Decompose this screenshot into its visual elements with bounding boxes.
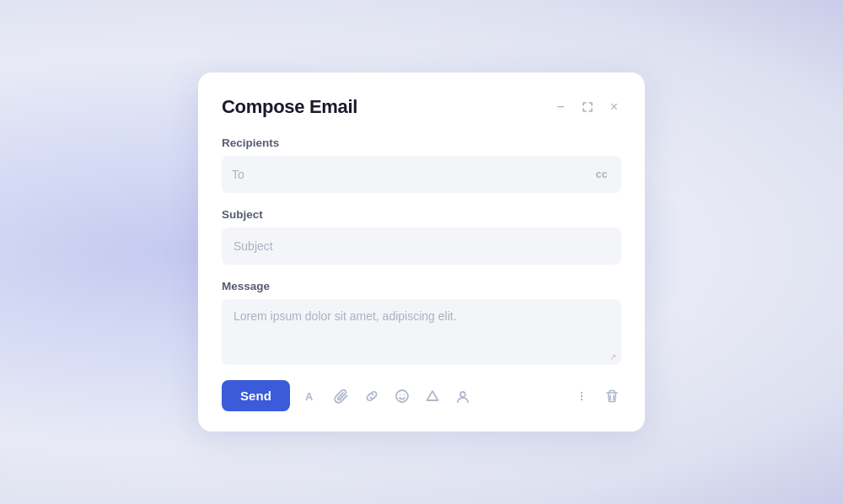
modal-header: Compose Email − × [222,96,621,118]
subject-input[interactable] [234,239,609,253]
toolbar-right [572,387,621,405]
image-icon [455,389,470,404]
svg-text:A: A [305,390,314,403]
more-options-icon [574,389,589,404]
svg-point-6 [581,394,583,396]
svg-point-5 [581,391,583,393]
expand-icon [582,101,593,113]
svg-point-4 [460,392,465,397]
emoji-button[interactable] [393,387,411,405]
minimize-button[interactable]: − [553,99,567,115]
to-input[interactable] [232,168,593,181]
close-button[interactable]: × [607,99,621,115]
to-field-row: cc [222,156,621,193]
shape-button[interactable] [423,387,442,405]
svg-point-3 [404,394,405,395]
more-options-button[interactable] [572,387,591,405]
cc-button[interactable]: cc [593,167,611,182]
recipients-label: Recipients [222,137,621,149]
text-format-icon: A [303,389,319,404]
modal-title: Compose Email [222,96,357,118]
window-controls: − × [553,99,621,115]
subject-section: Subject [222,208,621,265]
subject-label: Subject [222,208,621,221]
shape-icon [425,389,440,404]
svg-point-7 [581,398,583,399]
compose-email-modal: Compose Email − × Recipients cc Subject … [198,72,645,432]
delete-icon [604,389,620,404]
text-format-button[interactable]: A [302,387,320,405]
expand-button[interactable] [578,99,597,115]
subject-field-row [222,228,621,265]
message-field-row: ↗ [222,299,621,365]
tool-icons-group: A [302,387,572,405]
delete-button[interactable] [603,387,621,405]
send-button[interactable]: Send [222,380,290,411]
message-section: Message ↗ [222,280,621,365]
attachment-button[interactable] [332,387,351,405]
link-icon [364,389,379,404]
image-button[interactable] [454,387,472,405]
compose-toolbar: Send A [222,380,621,411]
svg-point-2 [400,394,401,395]
link-button[interactable] [362,387,381,405]
recipients-section: Recipients cc [222,137,621,193]
attachment-icon [334,389,349,404]
resize-handle: ↗ [609,353,616,362]
message-label: Message [222,280,621,292]
message-input[interactable] [234,309,609,351]
svg-point-1 [396,390,408,402]
emoji-icon [395,389,410,404]
